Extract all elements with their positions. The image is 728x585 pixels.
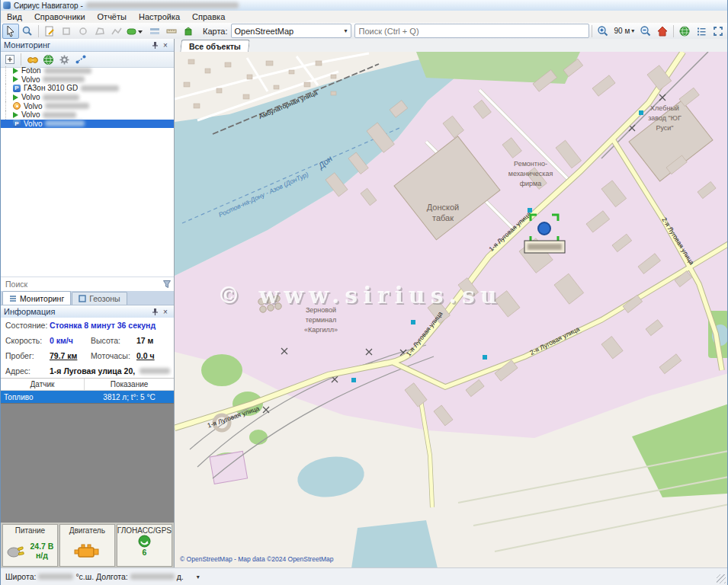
tab-monitoring[interactable]: Мониторинг xyxy=(2,291,71,305)
power-voltage: 24.7 В xyxy=(30,542,53,551)
menu-settings[interactable]: Настройка xyxy=(133,11,186,23)
hours-value[interactable]: 0.0 ч xyxy=(136,348,155,363)
menu-bar: Вид Справочники Отчёты Настройка Справка xyxy=(1,11,727,23)
gnss-globe-icon xyxy=(138,535,151,548)
zoom-in-button[interactable] xyxy=(595,24,611,39)
sensor-row-selected[interactable]: Топливо 3812 л; t°: 5 °C xyxy=(1,391,174,404)
tab-geozones[interactable]: Геозоны xyxy=(72,292,127,305)
vehicle-row[interactable]: Volvo xyxy=(1,93,174,102)
vehicle-label: Volvo xyxy=(21,75,40,84)
menu-help[interactable]: Справка xyxy=(186,11,231,23)
menu-directories[interactable]: Справочники xyxy=(28,11,91,23)
monitoring-toolbar xyxy=(1,52,174,68)
mileage-label: Пробег: xyxy=(5,348,34,363)
pin-icon[interactable] xyxy=(149,40,160,50)
zoom-scale-select[interactable]: 90 м ▾ xyxy=(611,24,638,38)
map-tab-strip: Все объекты xyxy=(175,39,728,53)
gnss-gauge: ГЛОНАСС/GPS 6 xyxy=(117,524,172,567)
show-on-map-button[interactable] xyxy=(41,53,56,66)
monitoring-panel-title: Мониторинг xyxy=(4,40,149,50)
circle-geozone-button[interactable] xyxy=(75,24,91,39)
vehicle-label: ГАЗон 3010 GD xyxy=(24,84,78,92)
sensor-value-column[interactable]: Показание xyxy=(85,379,174,390)
plug-icon xyxy=(6,542,26,559)
map-canvas[interactable]: Амбулаторная улица 1-я Луговая улица 1-я… xyxy=(175,52,728,568)
find-vehicle-button[interactable] xyxy=(25,53,40,66)
zoom-tool-button[interactable] xyxy=(19,24,36,39)
binoculars-icon xyxy=(27,54,39,65)
edit-geozones-button[interactable] xyxy=(41,24,58,39)
vehicle-row[interactable]: Volvo xyxy=(1,110,174,120)
svg-text:«Каргилл»: «Каргилл» xyxy=(304,326,338,334)
sensor-value: 3812 л; t°: 5 °C xyxy=(85,393,174,401)
ruler-button[interactable] xyxy=(163,24,180,39)
tracks-button[interactable] xyxy=(125,24,146,39)
vehicle-row-selected[interactable]: PVolvo xyxy=(1,120,174,129)
main-toolbar: Карта: OpenStreetMap ▾ 90 м ▾ xyxy=(1,23,727,40)
home-button[interactable] xyxy=(654,24,671,39)
menu-reports[interactable]: Отчёты xyxy=(91,11,133,23)
cursor-icon xyxy=(5,25,17,37)
coords-dropdown-icon[interactable]: ▾ xyxy=(197,574,200,580)
latitude-suffix: °с.ш. xyxy=(75,572,94,581)
resize-grip[interactable] xyxy=(717,574,726,583)
map-select-label: Карта: xyxy=(203,27,228,36)
map-area: Все объекты xyxy=(175,39,728,568)
vehicle-row[interactable]: Volvo xyxy=(1,101,174,110)
gnss-satellites: 6 xyxy=(142,548,146,557)
menu-view[interactable]: Вид xyxy=(1,11,28,23)
sensor-name-column[interactable]: Датчик xyxy=(1,379,85,390)
left-panel-tabs: Мониторинг Геозоны xyxy=(1,291,174,305)
globe-icon xyxy=(43,54,54,66)
select-tool-button[interactable] xyxy=(2,24,19,39)
map-tab-all-objects[interactable]: Все объекты xyxy=(180,40,250,53)
fit-corners-icon xyxy=(712,25,724,37)
search-input[interactable] xyxy=(354,24,589,38)
address-value: 1-я Луговая улица 20, xyxy=(50,363,135,379)
vehicle-row[interactable]: PГАЗон 3010 GD xyxy=(1,84,174,93)
close-icon[interactable]: × xyxy=(160,307,171,317)
polygon-shape-icon xyxy=(94,25,106,37)
info-panel-title: Информация xyxy=(4,307,149,316)
vehicle-search-input[interactable] xyxy=(1,280,159,289)
map-attribution[interactable]: © OpenStreetMap - Map data ©2024 OpenStr… xyxy=(180,555,334,563)
reports-bars-button[interactable] xyxy=(146,24,163,39)
line-geozone-button[interactable] xyxy=(108,24,125,39)
vehicle-tree: Foton Volvo PГАЗон 3010 GD Volvo Volvo V… xyxy=(1,66,174,129)
vehicle-row[interactable]: Volvo xyxy=(1,75,174,85)
objects-button[interactable] xyxy=(180,24,197,39)
chevron-down-icon: ▾ xyxy=(344,27,347,34)
sensors-table: Датчик Показание Топливо 3812 л; t°: 5 °… xyxy=(1,378,174,404)
sensor-name: Топливо xyxy=(1,393,85,401)
sensors-header: Датчик Показание xyxy=(1,379,174,391)
window-title-redacted xyxy=(86,2,239,8)
filter-button[interactable] xyxy=(159,278,174,291)
globe-button[interactable] xyxy=(676,24,693,39)
marker-label-redacted xyxy=(528,244,562,250)
ruler-icon xyxy=(165,25,178,37)
altitude-label: Высота: xyxy=(91,333,120,348)
vehicle-label: Volvo xyxy=(24,120,42,128)
gnss-gauge-title: ГЛОНАСС/GPS xyxy=(117,526,172,535)
chevron-down-icon: ▾ xyxy=(631,27,634,34)
vehicle-row[interactable]: Foton xyxy=(1,66,174,75)
geozone-icon xyxy=(79,295,86,302)
status-moving-icon xyxy=(13,94,18,101)
route-button[interactable] xyxy=(73,53,88,66)
zoom-scale-value: 90 м xyxy=(614,27,630,35)
power-extra: н/д xyxy=(30,551,53,560)
polygon-geozone-button[interactable] xyxy=(91,24,108,39)
settings-button[interactable] xyxy=(57,53,72,66)
close-icon[interactable]: × xyxy=(160,40,171,50)
map-select[interactable]: OpenStreetMap ▾ xyxy=(231,24,351,38)
legend-button[interactable] xyxy=(693,24,710,39)
status-parked-icon: P xyxy=(13,85,21,92)
mileage-value[interactable]: 79.7 км xyxy=(50,348,77,363)
pin-icon[interactable] xyxy=(149,307,160,317)
copy-geozone-button[interactable] xyxy=(58,24,75,39)
fit-bounds-button[interactable] xyxy=(710,24,726,39)
expand-all-button[interactable] xyxy=(2,53,17,66)
zoom-out-button[interactable] xyxy=(637,24,654,39)
list-icon xyxy=(9,295,17,302)
vehicle-label: Volvo xyxy=(24,102,42,110)
